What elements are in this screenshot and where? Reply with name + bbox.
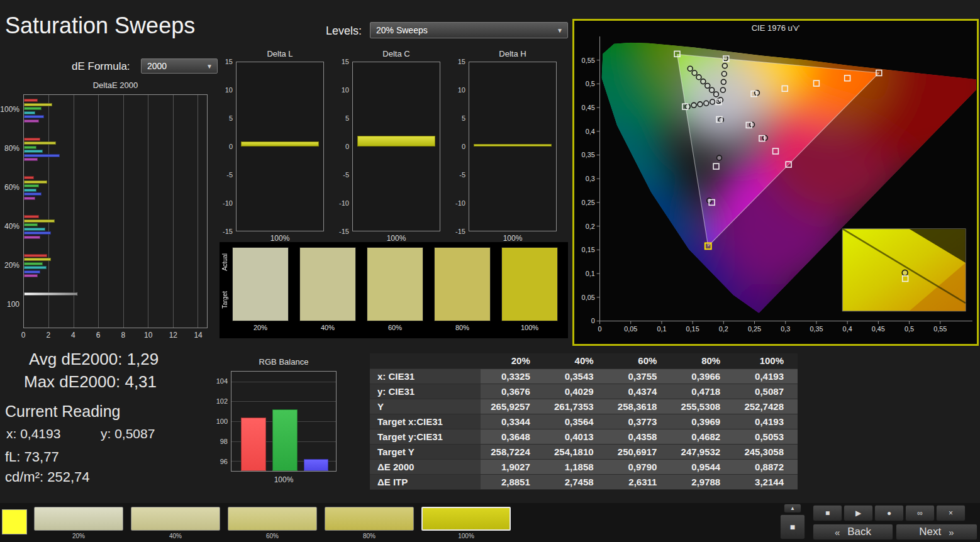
measured-marker: [710, 99, 715, 104]
sweep-tile-100pct[interactable]: 100%: [421, 507, 511, 539]
deltae-bar: [24, 219, 55, 223]
tile-label: 100%: [421, 533, 511, 539]
table-cell: 0,4193: [734, 414, 798, 429]
table-cell: 0,4718: [671, 384, 734, 399]
deltae-bar: [24, 103, 52, 106]
axis-tick-label: 0,55: [933, 325, 947, 333]
table-cell: 258,3618: [608, 399, 671, 414]
measured-marker: [701, 79, 706, 84]
axis-label: 100%: [236, 234, 324, 243]
measured-marker: [691, 102, 696, 108]
axis-tick-label: 0,2: [586, 223, 595, 230]
axis-tick-label: 0: [21, 331, 26, 340]
table-row: Target y:CIE310,36480,40130,43580,46820,…: [370, 429, 798, 444]
table-row: ΔE ITP2,88512,74582,63112,97883,2144: [370, 474, 798, 489]
plot-area: [352, 62, 440, 231]
axis-tick-label: -5: [459, 171, 465, 179]
loop-button[interactable]: ∞: [905, 505, 935, 521]
back-label: Back: [847, 526, 871, 538]
axis-tick-label: 0,1: [586, 270, 595, 277]
current-color-chip: [2, 509, 27, 534]
deltae-bar: [24, 154, 60, 157]
table-cell: 0,4682: [671, 429, 734, 444]
de-formula-dropdown[interactable]: 2000 ▼: [141, 58, 218, 74]
table-row: Y265,9257261,7353258,3618255,5308252,742…: [370, 399, 798, 414]
table-cell: 0,5087: [734, 384, 798, 399]
deltae-bar: [24, 111, 35, 114]
stop-measure-button[interactable]: ■: [780, 514, 805, 539]
back-button[interactable]: « Back: [813, 524, 893, 540]
table-cell: 0,3543: [544, 368, 608, 384]
table-row: Target x:CIE310,33440,35640,37730,39690,…: [370, 414, 798, 429]
sweep-tile-60pct[interactable]: 60%: [228, 507, 317, 539]
deltae-ylabels: 100%80%60%40%20%100: [0, 94, 22, 328]
table-cell: 2,8851: [481, 474, 544, 489]
axis-tick-label: 0,45: [872, 325, 885, 333]
table-cell: 0,3676: [481, 384, 544, 399]
measured-marker: [721, 72, 727, 77]
axis-ticks: 1041021009896: [209, 371, 230, 472]
chart-title: RGB Balance: [231, 357, 337, 367]
inset-measured-marker: [902, 270, 908, 275]
table-cell: 258,7224: [481, 444, 544, 459]
swatch-color: [232, 247, 289, 321]
axis-tick-label: 5: [345, 114, 349, 122]
swatch-color: [299, 247, 356, 321]
deltae-bar: [24, 141, 56, 145]
delta-h-chart: Delta H 151050-5-10-15 100%: [451, 49, 559, 245]
axis-tick-label: 0: [462, 143, 465, 150]
group-label: 100%: [0, 105, 19, 114]
levels-label: Levels:: [326, 25, 362, 38]
deltae-bar: [24, 262, 43, 265]
sweep-tile-20pct[interactable]: 20%: [34, 507, 123, 539]
row-label: x: CIE31: [370, 368, 481, 384]
actual-target-swatch-panel: Actual Target 20%40%60%80%100%: [220, 242, 568, 338]
gridline: [231, 382, 336, 382]
table-cell: 0,9544: [671, 459, 734, 474]
axis-tick-label: 0,25: [582, 199, 595, 206]
deltae-bar: [24, 107, 42, 110]
stop-button[interactable]: ■: [813, 505, 842, 521]
swatch-color: [501, 247, 558, 321]
actual-label: Actual: [221, 253, 228, 271]
measured-marker: [710, 87, 715, 92]
column-header: 40%: [544, 353, 608, 368]
table-cell: 261,7353: [544, 399, 608, 414]
sweep-tile-80pct[interactable]: 80%: [325, 507, 414, 539]
sweep-tile-40pct[interactable]: 40%: [131, 507, 220, 539]
deltae-bar: [24, 180, 47, 184]
deltae-bar: [24, 138, 40, 141]
play-button[interactable]: ▶: [844, 505, 873, 521]
next-button[interactable]: Next »: [896, 524, 977, 540]
axis-tick-label: 0,15: [582, 246, 595, 253]
levels-dropdown[interactable]: 20% Sweeps ▼: [370, 22, 568, 38]
axis-tick-label: 0: [229, 143, 233, 150]
green-bar: [272, 409, 298, 471]
axis-tick-label: 0,3: [586, 175, 595, 182]
table-cell: 0,3344: [481, 414, 544, 429]
chevrons-left-icon: «: [835, 527, 840, 538]
axis-tick-label: 12: [169, 331, 177, 340]
record-button[interactable]: ●: [874, 505, 904, 521]
axis-tick-label: 0: [598, 325, 602, 333]
column-header: 80%: [671, 353, 734, 368]
measured-marker: [688, 66, 693, 71]
axis-tick-label: 0,05: [582, 294, 595, 301]
axis-tick-label: 15: [458, 58, 465, 65]
tile-label: 60%: [228, 533, 317, 539]
column-header: 20%: [481, 353, 544, 368]
swatch-label: 40%: [299, 324, 356, 331]
gridline: [98, 95, 99, 328]
deltae-bar: [24, 99, 38, 102]
gridline: [123, 95, 124, 328]
measured-marker: [705, 83, 710, 88]
corner-cell: [370, 353, 481, 368]
expand-button[interactable]: ▲: [784, 504, 801, 513]
table-cell: 0,4374: [608, 384, 671, 399]
de-formula-value: 2000: [147, 61, 167, 71]
axis-tick-label: 0,1: [657, 325, 666, 333]
close-button[interactable]: ×: [936, 505, 966, 521]
measured-marker: [718, 118, 723, 123]
cie-title: CIE 1976 u'v': [574, 23, 977, 33]
axis-tick-label: 10: [225, 86, 233, 94]
